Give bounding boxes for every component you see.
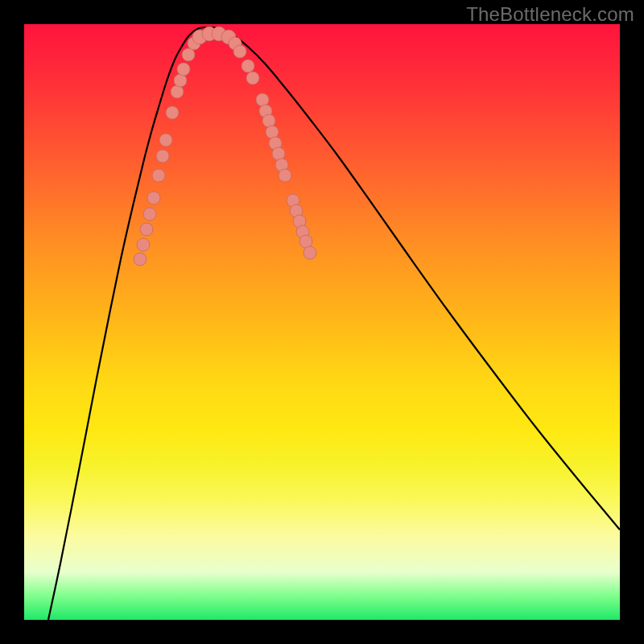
- watermark-text: TheBottleneck.com: [466, 3, 634, 26]
- outer-frame: TheBottleneck.com: [0, 0, 644, 644]
- plot-area: [24, 24, 620, 620]
